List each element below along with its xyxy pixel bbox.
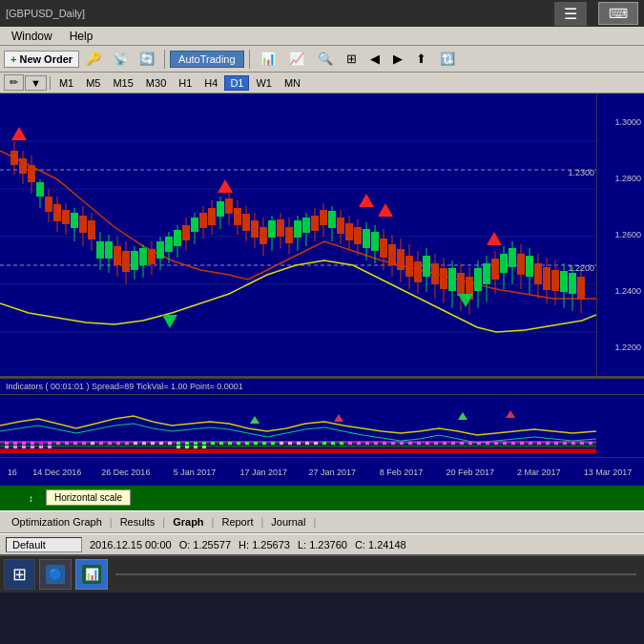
toolbar-chart-btn-2[interactable]: 📈: [283, 49, 310, 69]
candlestick-chart: [0, 93, 596, 378]
tf-h1[interactable]: H1: [173, 75, 197, 91]
tf-m15[interactable]: M15: [107, 75, 138, 91]
taskbar-item-1[interactable]: 🔵: [39, 559, 72, 590]
tf-h4[interactable]: H4: [198, 75, 223, 91]
tf-dropdown[interactable]: ▼: [25, 75, 47, 91]
svg-rect-50: [191, 218, 198, 232]
svg-rect-66: [260, 227, 267, 244]
svg-rect-218: [39, 446, 43, 448]
menu-bar: Window Help: [0, 27, 644, 46]
tf-tools[interactable]: ✏: [4, 74, 24, 91]
tab-optimization-graph[interactable]: Optimization Graph: [4, 514, 110, 530]
svg-rect-149: [48, 442, 52, 445]
taskbar-icon-2: 📊: [82, 565, 101, 584]
svg-rect-42: [156, 241, 164, 259]
h-scale-area[interactable]: ↕ Horizontal scale: [0, 486, 644, 510]
svg-rect-214: [5, 446, 9, 448]
svg-rect-94: [380, 239, 387, 258]
toolbar-btn-3[interactable]: 🔄: [135, 49, 159, 69]
svg-rect-222: [194, 446, 197, 448]
tf-m30[interactable]: M30: [140, 75, 172, 91]
tab-journal[interactable]: Journal: [263, 514, 313, 530]
svg-rect-161: [151, 442, 155, 445]
svg-rect-164: [177, 442, 180, 445]
svg-rect-155: [99, 442, 103, 445]
profile-select[interactable]: Default: [6, 537, 82, 552]
tab-results[interactable]: Results: [113, 514, 163, 530]
svg-rect-198: [468, 442, 472, 445]
window-title: [GBPUSD_Daily]: [6, 8, 85, 19]
main-chart[interactable]: 1.3000 1.2800 1.2600 1.2400 1.2200 1.230…: [0, 93, 644, 378]
svg-rect-92: [371, 232, 379, 251]
svg-rect-213: [0, 449, 596, 453]
tab-report[interactable]: Report: [214, 514, 260, 530]
date-5: 27 Jan 2017: [298, 467, 366, 477]
autotrading-button[interactable]: AutoTrading: [170, 51, 244, 68]
status-low: L: 1.23760: [298, 539, 347, 551]
svg-rect-22: [71, 213, 78, 228]
svg-rect-96: [388, 244, 396, 265]
toolbar-chart-btn-5[interactable]: ◀: [364, 49, 385, 69]
svg-rect-204: [520, 442, 524, 445]
menu-window[interactable]: Window: [4, 30, 60, 43]
tab-graph[interactable]: Graph: [165, 514, 211, 530]
new-order-button[interactable]: + New Order: [4, 51, 79, 68]
tf-m5[interactable]: M5: [80, 75, 106, 91]
svg-rect-162: [159, 442, 163, 445]
svg-rect-208: [554, 442, 558, 445]
svg-rect-157: [116, 442, 120, 445]
tf-mn[interactable]: MN: [279, 75, 306, 91]
svg-rect-34: [122, 251, 130, 272]
svg-marker-225: [334, 414, 343, 422]
svg-rect-187: [374, 442, 378, 445]
svg-rect-120: [491, 259, 499, 280]
svg-rect-130: [534, 263, 542, 284]
tf-w1[interactable]: W1: [250, 75, 278, 91]
indicator-bar: Indicators ( 00:01:01 ) Spread=89 TickVa…: [0, 378, 644, 395]
keyboard-button[interactable]: ⌨: [598, 2, 638, 25]
tab-bar: Optimization Graph | Results | Graph | R…: [0, 510, 644, 533]
tf-m1[interactable]: M1: [53, 75, 79, 91]
svg-rect-90: [363, 229, 370, 248]
taskbar-item-2[interactable]: 📊: [75, 559, 108, 590]
svg-rect-24: [79, 216, 87, 233]
toolbar-chart-btn-8[interactable]: 🔃: [434, 49, 461, 69]
svg-rect-134: [551, 270, 559, 291]
svg-rect-188: [383, 442, 386, 445]
svg-rect-100: [405, 256, 413, 277]
toolbar-chart-btn-7[interactable]: ⬆: [410, 49, 432, 69]
svg-rect-10: [19, 158, 27, 174]
svg-rect-181: [322, 442, 326, 445]
toolbar-chart-btn-4[interactable]: ⊞: [341, 49, 363, 69]
svg-rect-197: [460, 442, 464, 445]
svg-rect-56: [217, 201, 224, 217]
sub-indicator-chart: [0, 395, 644, 457]
svg-rect-152: [73, 442, 77, 445]
hamburger-button[interactable]: ☰: [554, 2, 587, 26]
toolbar-chart-btn-6[interactable]: ▶: [387, 49, 408, 69]
svg-marker-227: [506, 410, 515, 418]
svg-rect-28: [96, 241, 104, 259]
svg-rect-202: [503, 442, 507, 445]
svg-rect-104: [423, 256, 430, 277]
toolbar-chart-btn-1[interactable]: 📊: [255, 49, 281, 69]
svg-rect-178: [297, 442, 301, 445]
toolbar-btn-1[interactable]: 🔑: [81, 49, 106, 69]
svg-rect-98: [397, 249, 405, 270]
menu-help[interactable]: Help: [62, 30, 101, 43]
tf-d1[interactable]: D1: [224, 75, 249, 91]
svg-rect-72: [285, 227, 293, 243]
svg-rect-52: [199, 213, 207, 228]
svg-rect-159: [134, 442, 137, 445]
toolbar-btn-2[interactable]: 📡: [108, 49, 133, 69]
svg-rect-40: [148, 249, 156, 264]
toolbar-chart-btn-3[interactable]: 🔍: [312, 49, 339, 69]
status-bar: Default 2016.12.15 00:00 O: 1.25577 H: 1…: [0, 533, 644, 554]
sub-indicator[interactable]: [0, 395, 644, 457]
svg-rect-110: [448, 268, 456, 291]
tab-sep-5: |: [313, 516, 316, 528]
start-button[interactable]: ⊞: [4, 559, 35, 590]
svg-rect-54: [208, 208, 216, 225]
arrow-up-1: [162, 315, 177, 328]
svg-rect-60: [234, 208, 241, 225]
